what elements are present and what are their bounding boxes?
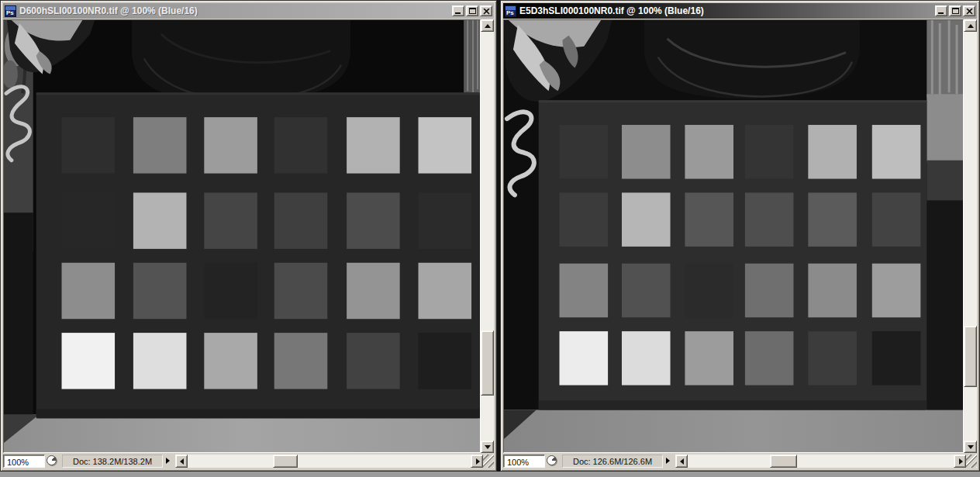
horizontal-scroll-thumb[interactable] — [273, 455, 298, 468]
colorchecker-patch — [745, 125, 794, 179]
maximize-icon — [469, 8, 476, 14]
vertical-scroll-track[interactable] — [964, 32, 977, 441]
horizontal-scroll-thumb[interactable] — [770, 455, 796, 468]
maximize-icon — [952, 8, 959, 14]
close-icon — [483, 9, 490, 15]
colorchecker-patch — [872, 125, 921, 179]
doc-size-text: Doc: 126.6M/126.6M — [573, 457, 652, 466]
minimize-icon — [455, 12, 461, 14]
clock-icon — [47, 455, 57, 465]
horizontal-scroll-track[interactable] — [188, 455, 471, 468]
zoom-input[interactable] — [503, 455, 545, 468]
colorchecker-patch — [560, 331, 609, 385]
timer-button[interactable] — [545, 455, 560, 468]
vertical-scrollbar[interactable] — [481, 19, 494, 453]
colorchecker-patch — [685, 331, 733, 385]
scroll-left-button[interactable] — [675, 455, 688, 468]
tapestry-strip — [4, 20, 33, 414]
arrow-up-icon — [485, 24, 491, 28]
colorchecker-patch — [62, 333, 116, 389]
vertical-scrollbar[interactable] — [964, 19, 977, 453]
document-canvas[interactable] — [3, 19, 481, 453]
colorchecker-patch — [745, 331, 794, 385]
minimize-icon — [938, 12, 944, 14]
colorchecker-patch — [872, 331, 921, 385]
scroll-right-button[interactable] — [954, 455, 966, 468]
colorchecker-patch — [745, 192, 794, 247]
colorchecker-patch — [872, 192, 921, 247]
minimize-button[interactable] — [452, 5, 464, 16]
scroll-up-button[interactable] — [964, 19, 977, 32]
colorchecker-patch — [622, 192, 671, 247]
colorchecker-patch — [745, 264, 794, 318]
status-bar: Doc: 138.2M/138.2M — [3, 454, 494, 468]
colorchecker-patch — [808, 192, 857, 247]
status-popup-button[interactable] — [164, 455, 174, 468]
colorchecker-patch — [204, 192, 257, 248]
file-icon-label: Ps — [6, 9, 14, 16]
colorchecker-patch — [622, 264, 671, 318]
scroll-up-button[interactable] — [481, 19, 494, 32]
timer-button[interactable] — [45, 455, 60, 468]
maximize-button[interactable] — [949, 5, 961, 16]
photo-floor — [4, 414, 480, 452]
zoom-input[interactable] — [3, 455, 45, 468]
doc-size-panel: Doc: 138.2M/138.2M — [62, 455, 163, 468]
colorchecker-patch — [560, 192, 609, 247]
vertical-scroll-track[interactable] — [481, 32, 494, 441]
colorchecker-patch — [62, 192, 116, 248]
tapestry-strip — [927, 20, 963, 410]
colorchecker-patch — [808, 125, 857, 179]
colorchecker-patch — [347, 263, 400, 319]
colorchecker-patch — [622, 125, 671, 179]
doc-size-text: Doc: 138.2M/138.2M — [73, 457, 152, 466]
horizontal-scrollbar[interactable] — [175, 455, 483, 468]
resize-grip[interactable] — [966, 455, 977, 468]
colorchecker-patch — [560, 264, 609, 318]
photoshop-file-icon: Ps — [5, 5, 16, 17]
colorchecker-patch — [419, 263, 472, 319]
colorchecker-patch — [622, 331, 671, 385]
maximize-button[interactable] — [466, 5, 478, 16]
arrow-up-icon — [968, 24, 974, 28]
photo-blue-channel — [504, 20, 963, 452]
colorchecker-patch — [62, 263, 116, 319]
resize-grip[interactable] — [483, 455, 494, 468]
colorchecker-patch — [808, 264, 857, 318]
vertical-scroll-thumb[interactable] — [481, 330, 494, 396]
close-button[interactable] — [480, 5, 492, 16]
colorchecker-patch — [685, 192, 733, 247]
minimize-button[interactable] — [935, 5, 947, 16]
horizontal-scrollbar[interactable] — [675, 455, 966, 468]
scroll-left-button[interactable] — [175, 455, 188, 468]
arrow-down-icon — [968, 445, 974, 449]
colorchecker-patch — [347, 333, 400, 389]
colorchecker-patch — [204, 117, 257, 173]
status-popup-button[interactable] — [664, 455, 674, 468]
colorchecker-patch — [347, 192, 400, 248]
colorchecker-patch — [560, 125, 609, 179]
titlebar[interactable]: Ps D600hSLI00100NR0.tif @ 100% (Blue/16) — [3, 3, 494, 19]
scroll-right-button[interactable] — [471, 455, 483, 468]
titlebar[interactable]: Ps E5D3hSLI000100NR0.tif @ 100% (Blue/16… — [503, 3, 977, 19]
colorchecker-patch — [685, 264, 733, 318]
colorchecker-patch — [133, 333, 187, 389]
vertical-scroll-thumb[interactable] — [964, 326, 977, 387]
colorchecker-patch — [419, 333, 472, 389]
colorchecker-patch — [133, 192, 187, 248]
close-button[interactable] — [963, 5, 975, 16]
scroll-down-button[interactable] — [481, 441, 494, 453]
scroll-down-button[interactable] — [964, 441, 977, 453]
horizontal-scroll-track[interactable] — [688, 455, 954, 468]
document-canvas[interactable] — [503, 19, 964, 453]
document-window-d600: Ps D600hSLI00100NR0.tif @ 100% (Blue/16) — [0, 0, 497, 472]
colorchecker-patch — [274, 333, 328, 389]
arrow-left-icon — [180, 458, 184, 465]
popup-arrow-icon — [166, 458, 170, 464]
arrow-right-icon — [959, 458, 963, 465]
colorchecker-patch — [62, 117, 116, 173]
colorchecker-patch — [347, 117, 400, 173]
photo-blue-channel — [4, 20, 480, 452]
colorchecker-patch — [419, 192, 472, 248]
desktop-strip — [0, 472, 980, 477]
